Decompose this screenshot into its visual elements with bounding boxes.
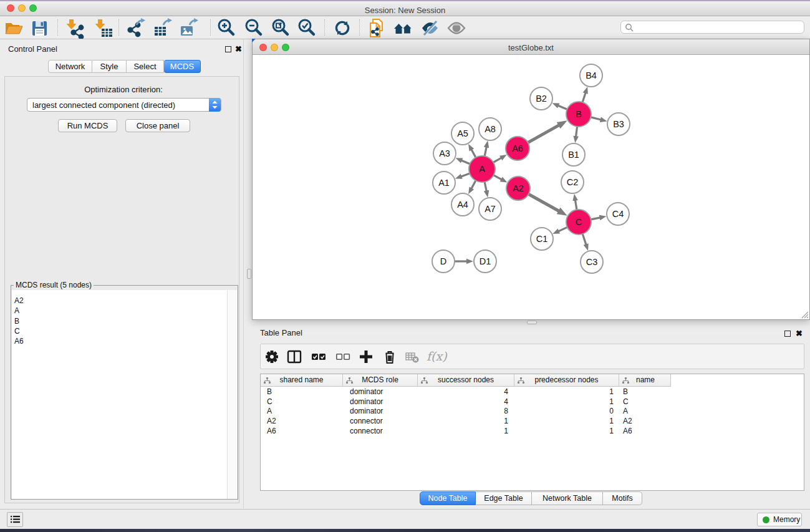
mcds-result-item[interactable]: C bbox=[14, 327, 20, 336]
result-scrollbar[interactable] bbox=[227, 290, 237, 499]
mcds-result-item[interactable]: A bbox=[14, 306, 19, 315]
control-panel-float-icon[interactable] bbox=[225, 46, 231, 52]
status-list-button[interactable] bbox=[7, 512, 23, 527]
optimization-criterion-select[interactable]: largest connected component (directed) bbox=[27, 98, 221, 112]
function-builder-icon[interactable]: f(x) bbox=[427, 349, 451, 365]
memory-button[interactable]: Memory bbox=[757, 513, 802, 526]
tab-node-table[interactable]: Node Table bbox=[420, 491, 476, 505]
table-cell[interactable]: C bbox=[623, 397, 672, 407]
zoom-in-icon[interactable] bbox=[216, 17, 237, 39]
edge-B-B1[interactable] bbox=[576, 126, 577, 137]
table-cell[interactable]: 1 bbox=[514, 397, 614, 407]
edge-A-A6[interactable] bbox=[493, 158, 502, 163]
edge-C-C1[interactable] bbox=[557, 227, 567, 231]
table-cell[interactable]: 1 bbox=[514, 427, 614, 437]
edge-A-A7[interactable] bbox=[485, 181, 486, 192]
save-session-icon[interactable] bbox=[29, 17, 50, 39]
column-header-MCDS-role[interactable]: MCDS role bbox=[343, 374, 418, 387]
import-table-icon[interactable] bbox=[93, 17, 114, 39]
run-mcds-button[interactable]: Run MCDS bbox=[58, 119, 117, 132]
table-cell[interactable]: A bbox=[623, 407, 672, 417]
import-network-icon[interactable] bbox=[64, 17, 85, 39]
edge-A-A4[interactable] bbox=[471, 180, 476, 190]
table-cell[interactable]: 1 bbox=[418, 417, 508, 427]
zoom-selected-icon[interactable] bbox=[296, 17, 317, 39]
tab-motifs[interactable]: Motifs bbox=[603, 491, 642, 505]
column-header-shared-name[interactable]: shared name bbox=[261, 374, 343, 387]
zoom-fit-icon[interactable] bbox=[270, 17, 291, 39]
column-header-name[interactable]: name bbox=[619, 374, 672, 387]
tab-select[interactable]: Select bbox=[127, 60, 164, 73]
table-cell[interactable]: connector bbox=[350, 417, 418, 427]
edge-B-B4[interactable] bbox=[582, 92, 586, 103]
refresh-icon[interactable] bbox=[332, 17, 353, 39]
horizontal-splitter-handle[interactable] bbox=[527, 321, 537, 324]
delete-column-icon[interactable] bbox=[382, 349, 398, 365]
open-file-icon[interactable] bbox=[3, 17, 24, 39]
delete-table-icon[interactable] bbox=[404, 349, 420, 365]
settings-gear-icon[interactable] bbox=[264, 349, 280, 365]
edge-A-A5[interactable] bbox=[471, 149, 476, 158]
column-header-successor-nodes[interactable]: successor nodes bbox=[418, 374, 514, 387]
mcds-result-item[interactable]: B bbox=[14, 317, 19, 326]
export-image-icon[interactable] bbox=[178, 17, 200, 39]
table-cell[interactable]: B bbox=[623, 387, 672, 397]
column-header-predecessor-nodes[interactable]: predecessor nodes bbox=[514, 374, 619, 387]
edge-A-A2[interactable] bbox=[493, 175, 503, 180]
network-canvas[interactable]: AA1A2A3A4A5A6A7A8BB1B2B3B4CC1C2C3C4DD1 bbox=[253, 56, 809, 319]
table-cell[interactable]: A2 bbox=[623, 417, 672, 427]
table-cell[interactable]: A6 bbox=[267, 427, 343, 437]
table-cell[interactable]: 1 bbox=[514, 417, 614, 427]
network-window-titlebar[interactable]: testGlobe.txt bbox=[253, 39, 809, 55]
table-cell[interactable]: 0 bbox=[514, 407, 614, 417]
clone-network-icon[interactable] bbox=[366, 17, 387, 39]
vertical-splitter-handle[interactable] bbox=[247, 269, 251, 279]
deselect-all-icon[interactable] bbox=[335, 349, 351, 365]
table-cell[interactable]: 4 bbox=[418, 397, 508, 407]
table-cell[interactable]: connector bbox=[350, 427, 418, 437]
table-cell[interactable]: A bbox=[267, 407, 343, 417]
table-cell[interactable]: A6 bbox=[623, 427, 672, 437]
edge-A2-C[interactable] bbox=[528, 194, 560, 211]
table-cell[interactable]: dominator bbox=[350, 387, 418, 397]
edge-A-A1[interactable] bbox=[460, 173, 470, 177]
edge-A-A3[interactable] bbox=[461, 160, 471, 165]
zoom-out-icon[interactable] bbox=[243, 17, 264, 39]
edge-A-A8[interactable] bbox=[485, 146, 486, 157]
tab-network[interactable]: Network bbox=[48, 60, 92, 73]
edge-C-C2[interactable] bbox=[575, 200, 577, 211]
show-all-icon[interactable] bbox=[446, 17, 467, 39]
tab-mcds[interactable]: MCDS bbox=[164, 60, 201, 73]
table-cell[interactable]: 1 bbox=[514, 387, 614, 397]
hide-selected-icon[interactable] bbox=[420, 17, 441, 39]
edge-C-C3[interactable] bbox=[582, 233, 586, 245]
first-neighbors-icon[interactable] bbox=[393, 17, 414, 39]
tab-edge-table[interactable]: Edge Table bbox=[476, 491, 532, 505]
table-panel-close-icon[interactable]: ✖ bbox=[796, 329, 803, 338]
export-network-icon[interactable] bbox=[125, 17, 147, 39]
table-cell[interactable]: dominator bbox=[350, 407, 418, 417]
edge-B-B2[interactable] bbox=[557, 105, 568, 110]
export-table-icon[interactable] bbox=[152, 17, 173, 39]
resize-grip-icon[interactable] bbox=[801, 311, 809, 319]
add-column-icon[interactable] bbox=[358, 349, 374, 365]
table-cell[interactable]: A2 bbox=[267, 417, 343, 427]
mcds-result-item[interactable]: A2 bbox=[14, 296, 24, 305]
table-cell[interactable]: 8 bbox=[418, 407, 508, 417]
table-cell[interactable]: B bbox=[267, 387, 343, 397]
close-panel-button[interactable]: Close panel bbox=[125, 119, 190, 132]
edge-C-C4[interactable] bbox=[591, 218, 601, 220]
edge-A6-B[interactable] bbox=[528, 125, 560, 143]
edge-B-B3[interactable] bbox=[590, 117, 601, 120]
select-all-icon[interactable] bbox=[311, 349, 327, 365]
search-input[interactable] bbox=[620, 21, 804, 34]
table-cell[interactable]: 4 bbox=[418, 387, 508, 397]
tab-style[interactable]: Style bbox=[92, 60, 127, 73]
tab-network-table[interactable]: Network Table bbox=[532, 491, 603, 505]
control-panel-close-icon[interactable]: ✖ bbox=[235, 44, 242, 54]
column-browser-icon[interactable] bbox=[286, 349, 302, 365]
table-panel-float-icon[interactable] bbox=[784, 331, 791, 337]
table-cell[interactable]: 1 bbox=[418, 427, 508, 437]
table-cell[interactable]: dominator bbox=[350, 397, 418, 407]
mcds-result-item[interactable]: A6 bbox=[14, 337, 24, 346]
